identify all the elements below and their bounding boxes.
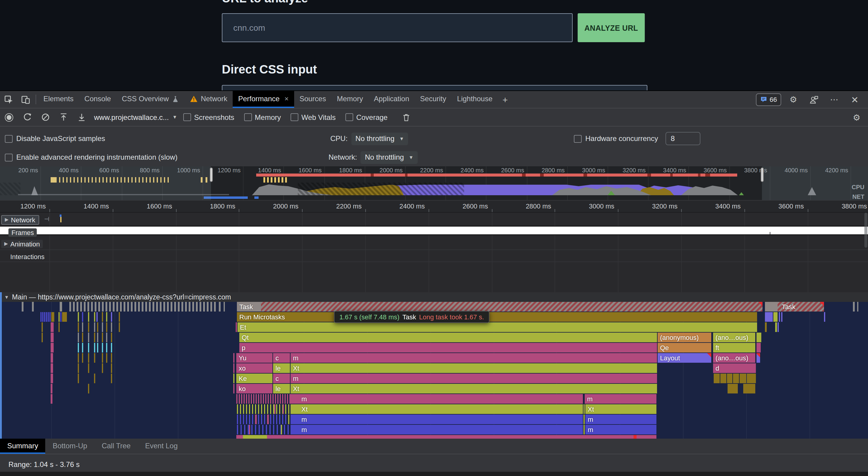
close-devtools-button[interactable]: ✕ [846, 95, 863, 104]
flame-bar[interactable]: c [273, 374, 290, 383]
interactions-track[interactable]: Interactions [0, 251, 868, 262]
save-profile-button[interactable] [72, 113, 90, 122]
network-throttling-select[interactable]: No throttling ▼ [361, 151, 418, 164]
reload-and-record-button[interactable] [18, 113, 36, 122]
feedback-button[interactable] [805, 95, 822, 104]
flame-bar[interactable] [584, 415, 585, 424]
flame-bar[interactable]: Task [237, 302, 763, 312]
flame-bar[interactable]: Xt [585, 404, 656, 414]
inspect-element-button[interactable] [0, 91, 17, 108]
flame-bar[interactable] [743, 384, 755, 393]
toolbar-checkbox-screenshots[interactable]: Screenshots [183, 113, 234, 121]
tab-security[interactable]: Security [415, 91, 452, 108]
flame-bar[interactable] [727, 374, 733, 383]
flame-bar[interactable] [720, 374, 726, 383]
timeline-overview[interactable]: CPU NET 200 ms400 ms600 ms800 ms1000 ms1… [0, 166, 868, 200]
flame-bar[interactable]: m [290, 394, 583, 404]
tab-css-overview[interactable]: CSS Overview [116, 91, 184, 108]
flame-bar[interactable] [233, 384, 235, 393]
flame-bar[interactable]: ko [236, 384, 273, 393]
flame-bar[interactable] [733, 374, 739, 383]
flame-bar[interactable] [781, 312, 782, 322]
flame-bar[interactable] [243, 435, 267, 439]
flame-chart[interactable]: 1.67 s (self 7.48 ms) Task Long task too… [0, 302, 868, 439]
flame-bar[interactable]: m [585, 425, 656, 435]
flame-bar[interactable] [633, 435, 637, 439]
flame-bar[interactable] [779, 312, 780, 322]
main-thread-header[interactable]: ▼ Main — https://www.projectwallace.com/… [0, 292, 868, 302]
flame-bar[interactable]: m [290, 353, 657, 363]
flame-bar[interactable] [584, 404, 585, 414]
frames-track-label[interactable]: Frames [8, 228, 37, 237]
flame-bar[interactable] [727, 384, 738, 393]
details-tab-summary[interactable]: Summary [0, 439, 45, 454]
flame-bar[interactable]: le [273, 384, 290, 393]
history-select[interactable]: www.projectwallace.c... ▼ [94, 113, 177, 121]
flame-bar[interactable]: Run Microtasks [237, 312, 757, 322]
flame-bar[interactable] [584, 425, 585, 435]
more-options-button[interactable]: ⋯ [826, 95, 843, 104]
flame-bar[interactable]: Et [238, 322, 757, 332]
disable-js-checkbox[interactable] [5, 135, 13, 142]
details-tab-event-log[interactable]: Event Log [138, 439, 185, 454]
tab-network[interactable]: Network [184, 91, 233, 108]
checkbox[interactable] [290, 113, 299, 121]
vertical-scrollbar[interactable] [864, 213, 867, 248]
frames-track[interactable]: Frames [0, 226, 868, 235]
flame-bar[interactable]: d [713, 363, 756, 373]
record-button[interactable] [0, 113, 18, 121]
flame-bar[interactable]: Xt [290, 404, 583, 414]
flame-bar[interactable]: Qe [658, 343, 711, 352]
advanced-rendering-checkbox[interactable] [5, 153, 13, 161]
flame-bar[interactable] [233, 374, 235, 383]
flame-bar[interactable] [233, 363, 235, 373]
flame-bar[interactable]: m [585, 415, 656, 424]
css-input[interactable] [222, 85, 647, 90]
flame-bar[interactable]: Qt [239, 332, 657, 342]
load-profile-button[interactable] [54, 113, 72, 122]
animation-track-label[interactable]: ▶ Animation [1, 240, 43, 248]
toolbar-checkbox-memory[interactable]: Memory [244, 113, 281, 121]
tab-elements[interactable]: Elements [38, 91, 79, 108]
flame-bar[interactable]: Yu [236, 353, 273, 363]
selection-handle-right[interactable] [761, 167, 764, 182]
flame-bar[interactable]: Xt [290, 384, 657, 393]
checkbox[interactable] [345, 113, 353, 121]
flame-bar[interactable] [756, 343, 761, 352]
device-toolbar-button[interactable] [17, 91, 34, 108]
flame-bar[interactable]: m [290, 425, 583, 435]
flame-bar[interactable]: m [290, 415, 583, 424]
flame-bar[interactable]: c [273, 353, 290, 363]
flame-bar[interactable]: Ke [236, 374, 273, 383]
selection-handle-left[interactable] [210, 167, 213, 182]
flame-bar[interactable]: Xt [290, 363, 657, 373]
flame-bar[interactable]: le [273, 363, 290, 373]
advanced-rendering[interactable]: Enable advanced rendering instrumentatio… [5, 153, 178, 161]
flame-bar[interactable]: (ano…ous) [713, 353, 755, 363]
network-track-label[interactable]: ▶ Network [1, 215, 39, 224]
details-tab-bottom-up[interactable]: Bottom-Up [45, 439, 95, 454]
flame-bar[interactable]: p [239, 343, 657, 352]
clear-button[interactable] [36, 113, 54, 122]
flame-bar[interactable] [740, 374, 746, 383]
settings-button[interactable]: ⚙ [785, 95, 802, 104]
flame-bar[interactable] [778, 322, 779, 332]
resize-handle-icon[interactable]: ⊣ [44, 216, 49, 222]
tab-application[interactable]: Application [368, 91, 414, 108]
checkbox[interactable] [244, 113, 252, 121]
flame-bar[interactable] [765, 312, 773, 322]
more-tabs-button[interactable]: + [498, 91, 513, 108]
analyze-url-button[interactable]: ANALYZE URL [578, 13, 645, 42]
flame-bar[interactable] [756, 353, 760, 363]
network-request[interactable] [60, 217, 61, 222]
flame-bar[interactable]: m [290, 374, 657, 383]
flame-bar[interactable]: Task [765, 302, 824, 312]
flame-bar[interactable] [775, 322, 777, 332]
issues-badge[interactable]: 66 [756, 93, 781, 106]
cpu-throttling-select[interactable]: No throttling ▼ [351, 132, 408, 145]
capture-settings-button[interactable]: ⚙ [847, 113, 866, 121]
toolbar-checkbox-web-vitals[interactable]: Web Vitals [290, 113, 336, 121]
tab-lighthouse[interactable]: Lighthouse [452, 91, 498, 108]
flame-bar[interactable] [773, 312, 778, 322]
close-tab-icon[interactable]: × [284, 95, 289, 103]
